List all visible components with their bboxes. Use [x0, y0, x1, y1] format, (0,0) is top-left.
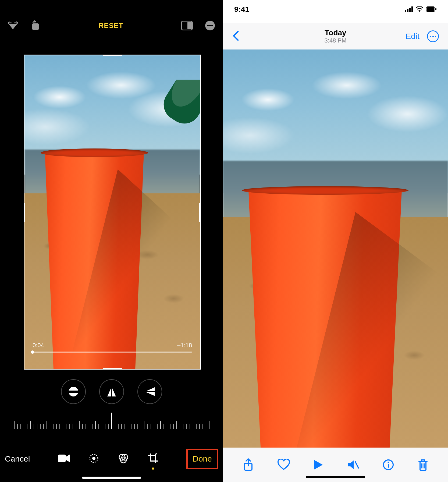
- straighten-button[interactable]: [61, 379, 86, 404]
- editor-bottom-bar: Cancel Done: [0, 436, 223, 482]
- svg-point-16: [92, 457, 95, 460]
- wifi-icon: [416, 5, 423, 14]
- svg-rect-12: [111, 386, 112, 397]
- crop-tab-icon[interactable]: [148, 453, 158, 465]
- share-button[interactable]: [243, 458, 254, 471]
- status-time: 9:41: [234, 5, 249, 14]
- home-indicator[interactable]: [306, 476, 365, 478]
- elapsed-time: 0:04: [33, 342, 44, 349]
- nav-title: Today: [325, 29, 347, 37]
- crop-frame[interactable]: 0:04 –1:18: [24, 55, 200, 369]
- svg-rect-26: [435, 8, 436, 10]
- svg-rect-25: [427, 7, 434, 11]
- play-button[interactable]: [314, 459, 323, 470]
- svg-point-6: [211, 25, 213, 26]
- info-button[interactable]: [383, 459, 394, 470]
- delete-button[interactable]: [418, 459, 428, 471]
- svg-rect-21: [407, 9, 408, 12]
- cellular-icon: [405, 5, 413, 14]
- viewer-pane: 9:41 Today 3:48 PM Edit: [223, 0, 448, 482]
- aspect-ratio-icon[interactable]: [181, 21, 193, 30]
- vertical-perspective-button[interactable]: [99, 379, 124, 404]
- svg-rect-14: [58, 455, 66, 462]
- svg-point-29: [388, 462, 389, 463]
- photo-viewer[interactable]: [223, 49, 448, 448]
- svg-rect-22: [409, 8, 411, 12]
- editor-pane: RESET 0:04 –1:18: [0, 0, 223, 482]
- svg-point-5: [209, 25, 211, 26]
- reset-button[interactable]: RESET: [99, 22, 123, 30]
- svg-rect-20: [405, 10, 406, 12]
- video-tab-icon[interactable]: [58, 454, 70, 464]
- battery-icon: [426, 5, 437, 14]
- cancel-button[interactable]: Cancel: [5, 454, 30, 463]
- viewer-nav-bar: Today 3:48 PM Edit: [223, 23, 448, 49]
- svg-rect-11: [67, 391, 79, 393]
- remaining-time: –1:18: [177, 342, 192, 349]
- svg-rect-23: [411, 6, 413, 12]
- flip-horizontal-icon[interactable]: [8, 20, 18, 31]
- adjust-mode-row: [0, 379, 223, 404]
- horizontal-perspective-button[interactable]: [137, 379, 162, 404]
- angle-ruler[interactable]: [14, 416, 209, 429]
- svg-rect-30: [388, 464, 389, 468]
- nav-subtitle: 3:48 PM: [325, 37, 347, 44]
- video-scrubber[interactable]: 0:04 –1:18: [33, 342, 192, 353]
- more-options-button[interactable]: [427, 30, 439, 42]
- favorite-button[interactable]: [278, 459, 290, 470]
- svg-point-4: [207, 25, 209, 26]
- back-button[interactable]: [232, 30, 239, 42]
- mute-button[interactable]: [347, 459, 359, 470]
- done-button-highlight: Done: [186, 449, 218, 469]
- svg-rect-13: [144, 391, 155, 392]
- more-icon[interactable]: [205, 20, 215, 31]
- adjust-tab-icon[interactable]: [88, 453, 99, 465]
- done-button[interactable]: Done: [193, 454, 212, 463]
- filters-tab-icon[interactable]: [118, 453, 129, 465]
- svg-rect-2: [187, 22, 192, 29]
- rotate-icon[interactable]: [30, 20, 41, 31]
- svg-rect-0: [32, 23, 39, 30]
- edit-button[interactable]: Edit: [406, 32, 419, 41]
- active-tool-indicator: [152, 467, 154, 470]
- editor-top-bar: RESET: [0, 0, 223, 51]
- status-bar: 9:41: [223, 0, 448, 19]
- home-indicator[interactable]: [82, 477, 141, 479]
